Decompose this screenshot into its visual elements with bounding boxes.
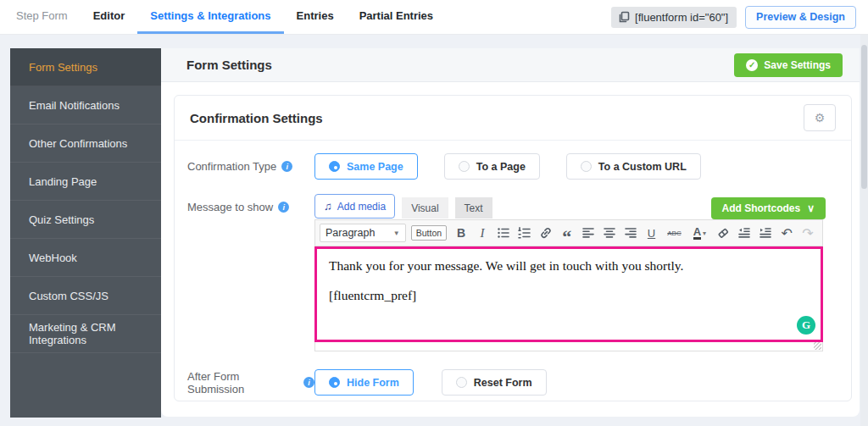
- settings-sidebar: Form Settings Email Notifications Other …: [10, 48, 161, 418]
- confirmation-type-options: Same Page To a Page To a Custom URL: [314, 153, 701, 180]
- main-panel: Form Settings ✓ Save Settings Confirmati…: [161, 48, 860, 417]
- sidebar-item-webhook[interactable]: WebHook: [10, 239, 161, 277]
- radio-same-page[interactable]: Same Page: [314, 153, 418, 180]
- radio-hide-form[interactable]: Hide Form: [314, 369, 414, 396]
- after-submission-options: Hide Form Reset Form: [314, 369, 547, 396]
- sidebar-item-marketing-crm[interactable]: Marketing & CRM Integrations: [10, 315, 161, 353]
- align-left-icon[interactable]: [578, 223, 598, 243]
- after-submission-row: After Form Submission i Hide Form Reset …: [187, 369, 836, 396]
- bullet-list-icon[interactable]: [493, 223, 514, 243]
- radio-to-a-custom-url[interactable]: To a Custom URL: [566, 153, 701, 180]
- sidebar-item-landing-page[interactable]: Landing Page: [10, 163, 161, 201]
- editor-toolbar: Paragraph ▼ Button B I: [314, 219, 823, 246]
- copy-icon: [618, 11, 630, 23]
- blockquote-icon[interactable]: “: [557, 223, 577, 243]
- message-to-show-row: Message to show i Add Shortcodes ∨ ♫ Add…: [187, 194, 843, 351]
- text-color-icon[interactable]: A ▾: [687, 223, 712, 243]
- section-header: Confirmation Settings ⚙: [175, 96, 851, 141]
- radio-dot-icon: [456, 377, 467, 388]
- top-navigation-bar: Step Form Editor Settings & Integrations…: [0, 0, 868, 35]
- strikethrough-icon[interactable]: ABC: [663, 223, 687, 243]
- panel-header: Form Settings ✓ Save Settings: [161, 48, 860, 82]
- link-icon[interactable]: [536, 223, 556, 243]
- insert-button-button[interactable]: Button: [411, 225, 447, 241]
- bold-icon[interactable]: B: [451, 223, 471, 243]
- confirmation-settings-card: Confirmation Settings ⚙ Confirmation Typ…: [174, 95, 852, 401]
- info-icon[interactable]: i: [281, 161, 292, 172]
- editor-statusbar: [314, 342, 823, 351]
- confirmation-type-row: Confirmation Type i Same Page To a Page …: [187, 153, 836, 180]
- page-title: Form Settings: [186, 58, 272, 72]
- underline-icon[interactable]: U: [642, 223, 662, 243]
- chevron-down-icon: ▼: [393, 230, 400, 237]
- scrollbar-thumb[interactable]: [861, 45, 867, 189]
- undo-icon[interactable]: ↶: [776, 223, 797, 243]
- tab-visual[interactable]: Visual: [402, 197, 448, 219]
- numbered-list-icon[interactable]: [515, 223, 535, 243]
- sidebar-item-form-settings[interactable]: Form Settings: [10, 48, 161, 86]
- section-gear-button[interactable]: ⚙: [804, 104, 836, 131]
- redo-icon[interactable]: ↷: [798, 223, 818, 243]
- check-icon: ✓: [746, 59, 758, 71]
- add-media-button[interactable]: ♫ Add media: [314, 194, 395, 219]
- tab-partial-entries[interactable]: Partial Entries: [347, 0, 446, 34]
- radio-reset-form[interactable]: Reset Form: [442, 369, 547, 396]
- clear-formatting-icon[interactable]: [713, 223, 733, 243]
- align-center-icon[interactable]: [599, 223, 620, 243]
- radio-dot-icon: [459, 161, 470, 172]
- sidebar-item-email-notifications[interactable]: Email Notifications: [10, 86, 161, 124]
- shortcode-text: [fluentform id="60"]: [635, 11, 728, 24]
- grammarly-icon[interactable]: G: [797, 316, 815, 335]
- paragraph-format-select[interactable]: Paragraph ▼: [320, 224, 406, 242]
- section-title: Confirmation Settings: [190, 111, 323, 125]
- message-editor-area: Add Shortcodes ∨ ♫ Add media Visual Text: [314, 194, 843, 351]
- sidebar-item-other-confirmations[interactable]: Other Confirmations: [10, 124, 161, 163]
- shortcode-pill[interactable]: [fluentform id="60"]: [611, 7, 737, 28]
- chevron-down-icon: ∨: [807, 202, 815, 214]
- save-settings-label: Save Settings: [764, 59, 831, 71]
- radio-dot-icon: [329, 161, 340, 172]
- align-right-icon[interactable]: [620, 223, 641, 243]
- info-icon[interactable]: i: [278, 202, 289, 213]
- resize-handle[interactable]: [814, 342, 821, 350]
- message-content-editor[interactable]: Thank you for your message. We will get …: [314, 246, 823, 342]
- radio-to-a-page[interactable]: To a Page: [444, 153, 540, 180]
- sidebar-item-custom-css-js[interactable]: Custom CSS/JS: [10, 277, 161, 315]
- sidebar-item-quiz-settings[interactable]: Quiz Settings: [10, 201, 161, 239]
- outdent-icon[interactable]: [734, 223, 754, 243]
- panel-body: Confirmation Settings ⚙ Confirmation Typ…: [161, 82, 860, 416]
- tab-settings-integrations[interactable]: Settings & Integrations: [137, 0, 283, 34]
- tab-editor[interactable]: Editor: [81, 0, 138, 34]
- tab-text[interactable]: Text: [455, 197, 492, 219]
- preview-design-button[interactable]: Preview & Design: [745, 6, 856, 29]
- page-scrollbar[interactable]: [860, 35, 868, 426]
- add-shortcodes-button[interactable]: Add Shortcodes ∨: [711, 197, 826, 219]
- after-submission-label: After Form Submission i: [187, 370, 314, 396]
- gear-icon: ⚙: [815, 111, 826, 124]
- save-settings-button[interactable]: ✓ Save Settings: [734, 53, 843, 77]
- message-line-2: [fluentcrm_pref]: [329, 288, 809, 303]
- italic-icon[interactable]: I: [472, 223, 492, 243]
- message-to-show-label: Message to show i: [187, 194, 314, 213]
- radio-dot-icon: [329, 377, 340, 388]
- chevron-down-icon: ▾: [703, 230, 706, 237]
- media-icon: ♫: [324, 200, 332, 213]
- confirmation-type-label: Confirmation Type i: [187, 160, 314, 173]
- radio-dot-icon: [581, 161, 592, 172]
- message-line-1: Thank you for your message. We will get …: [329, 258, 809, 274]
- info-icon[interactable]: i: [303, 377, 314, 388]
- tab-entries[interactable]: Entries: [284, 0, 347, 34]
- form-title-label: Step Form: [3, 0, 81, 34]
- indent-icon[interactable]: [755, 223, 776, 243]
